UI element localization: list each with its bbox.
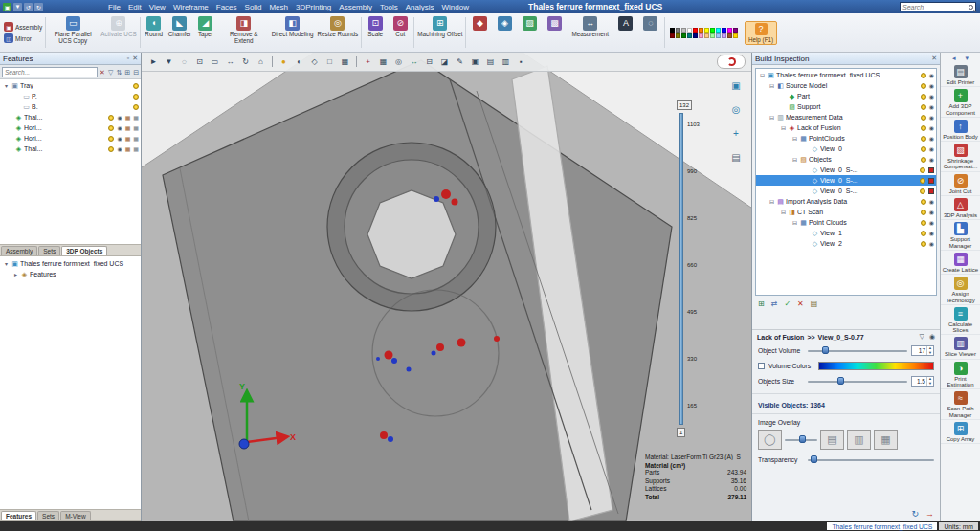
visibility-eye-icon[interactable] (117, 115, 122, 121)
tree-row[interactable]: ⊟ ▣ Thales ferrure formnext_fixed UCS (756, 70, 936, 80)
mesh-smooth-button[interactable]: ◈ (492, 14, 517, 51)
visibility-bulb-icon[interactable] (921, 220, 926, 226)
menu-item[interactable]: View (149, 3, 166, 11)
visibility-eye-icon[interactable] (929, 199, 934, 205)
help-button[interactable]: ? Help (F1) (745, 21, 777, 45)
visibility-bulb-icon[interactable] (921, 231, 926, 236)
object-volume-spinner[interactable]: 17 (911, 345, 934, 356)
visibility-eye-icon[interactable] (929, 157, 934, 163)
palette-color-swatch[interactable] (710, 28, 715, 33)
tree-row[interactable]: ◇ View_0_S-... (756, 186, 936, 196)
tree-row[interactable]: ▨ Support (756, 101, 936, 112)
visibility-bulb-icon[interactable] (921, 146, 926, 152)
tree-expander-icon[interactable]: ⊟ (779, 209, 788, 215)
palette-color-swatch[interactable] (687, 33, 692, 38)
face-filter-icon[interactable]: ▤ (484, 55, 497, 69)
overlay-plate-thumb[interactable]: ▦ (874, 430, 898, 450)
assign-technology-button[interactable]: ◎ Assign Technology (941, 275, 980, 305)
visibility-bulb-icon[interactable] (920, 178, 925, 184)
clipping-icon[interactable]: ◪ (438, 55, 451, 69)
ucs-icon[interactable]: + (362, 55, 374, 69)
display-mode-icon[interactable] (125, 115, 131, 121)
palette-color-swatch[interactable] (693, 28, 698, 33)
palette-color-swatch[interactable] (722, 28, 726, 33)
section-view-icon[interactable]: ⊟ (423, 55, 435, 69)
object-filter-icon[interactable]: ▣ (469, 55, 481, 69)
render-mode-icon[interactable] (133, 146, 139, 152)
snap-icon[interactable]: ◎ (392, 55, 405, 69)
visibility-eye-icon[interactable] (929, 136, 934, 142)
resize-rounds-button[interactable]: ◎ Resize Rounds (316, 14, 361, 51)
objects-size-spinner[interactable]: 1.5 (911, 376, 934, 387)
palette-color-swatch[interactable] (670, 28, 675, 33)
visibility-bulb-icon[interactable] (921, 157, 926, 163)
support-manager-button[interactable]: ▙ Support Manager (941, 220, 980, 251)
redo-icon[interactable]: ↻ (34, 3, 43, 11)
palette-color-swatch[interactable] (676, 28, 680, 33)
menu-item[interactable]: File (108, 3, 121, 11)
visibility-bulb-icon[interactable] (108, 136, 114, 142)
palette-color-swatch[interactable] (681, 28, 686, 33)
zoom-fit-icon[interactable]: ▭ (209, 55, 221, 69)
mirror-button[interactable]: ◫ Mirror (4, 33, 42, 43)
tree-row[interactable]: ⊟ ▧ Objects (756, 154, 936, 165)
direct-modeling-button[interactable]: ◧ Direct Modeling (270, 14, 316, 51)
tree-expander-icon[interactable]: ⊟ (768, 198, 776, 205)
visibility-bulb-icon[interactable] (921, 83, 926, 89)
visibility-bulb-icon[interactable] (108, 146, 114, 152)
plane-parallel-ucs-copy-button[interactable]: ▭ Plane Parallel UCS Copy (47, 14, 99, 51)
measurement-button[interactable]: ↔ Measurement (569, 14, 611, 51)
palette-color-swatch[interactable] (727, 33, 732, 38)
visibility-bulb-icon[interactable] (108, 125, 114, 131)
position-body-button[interactable]: ↑ Position Body (941, 118, 980, 142)
3dp-analysis-button[interactable]: △ 3DP Analysis (941, 196, 980, 220)
tree-row[interactable]: ◇ View_0_S-... (756, 165, 936, 175)
objects-size-slider[interactable] (808, 377, 907, 386)
mesh-repair-button[interactable]: ◆ (467, 14, 492, 51)
menu-item[interactable]: Assembly (339, 3, 372, 11)
visibility-bulb-icon[interactable] (921, 136, 926, 142)
palette-color-swatch[interactable] (704, 33, 709, 38)
tree-expander-icon[interactable]: ▸ (11, 271, 20, 277)
collapse-all-icon[interactable]: ⊟ (133, 69, 139, 76)
display-mode-icon[interactable] (125, 125, 131, 131)
select-icon[interactable]: ► (147, 55, 160, 69)
tree-expander-icon[interactable]: ⊟ (768, 82, 776, 89)
tree-row[interactable]: ▾ ▣ Thales ferrure formnext_fixed UCS (0, 258, 141, 269)
cut-button[interactable]: ⊘ Cut (388, 14, 412, 51)
light-icon[interactable]: ● (278, 55, 290, 69)
palette-color-swatch[interactable] (687, 28, 692, 33)
visibility-eye-icon[interactable] (929, 104, 934, 110)
volume-colors-checkbox[interactable] (758, 363, 765, 369)
zoom-tool-button[interactable]: ◌ (638, 14, 663, 51)
visibility-bulb-icon[interactable] (921, 104, 926, 110)
tree-row[interactable]: ◈ Hori... (0, 122, 141, 133)
tree-row[interactable]: ▭ P. (0, 91, 141, 101)
tree-row[interactable]: ▭ B. (0, 101, 141, 112)
delete-icon[interactable]: ✕ (797, 300, 804, 308)
clear-search-icon[interactable]: ✕ (100, 69, 105, 76)
tree-row[interactable]: ⊟ ▥ Measurement Data (756, 112, 936, 122)
overlay-source-thumb[interactable]: ◯ (758, 430, 782, 450)
menu-item[interactable]: Tools (380, 3, 398, 11)
wireframe-icon[interactable]: ◇ (308, 55, 321, 69)
tab[interactable]: Assembly (1, 246, 37, 255)
vertex-filter-icon[interactable]: ▪ (515, 55, 527, 69)
menu-item[interactable]: Analysis (406, 3, 434, 11)
compare-icon[interactable]: ⇄ (771, 300, 778, 308)
visibility-eye-icon[interactable] (929, 73, 934, 78)
edit-printer-button[interactable]: ▤ Edit Printer (941, 63, 980, 87)
assembly-button[interactable]: ▣ Assembly (4, 22, 42, 32)
tree-row[interactable]: ⊟ ◈ Lack of Fusion (756, 122, 936, 133)
print-estimation-button[interactable]: ◑ Print Estimation (941, 360, 980, 390)
selection-filter-icon[interactable]: ▼ (163, 55, 175, 69)
menu-item[interactable]: 3DPrinting (296, 3, 331, 11)
remove-extend-button[interactable]: ◨ Remove & Extend (218, 14, 270, 51)
tree-expander-icon[interactable]: ⊟ (779, 124, 788, 131)
tree-row[interactable]: ▸ ◈ Features (0, 269, 141, 279)
pin-icon[interactable]: ▾ (966, 55, 969, 62)
tree-expander-icon[interactable]: ▾ (2, 260, 11, 267)
texture-icon[interactable]: ▦ (339, 55, 351, 69)
taper-button[interactable]: ◢ Taper (193, 14, 218, 51)
chamfer-button[interactable]: ◣ Chamfer (167, 14, 193, 51)
